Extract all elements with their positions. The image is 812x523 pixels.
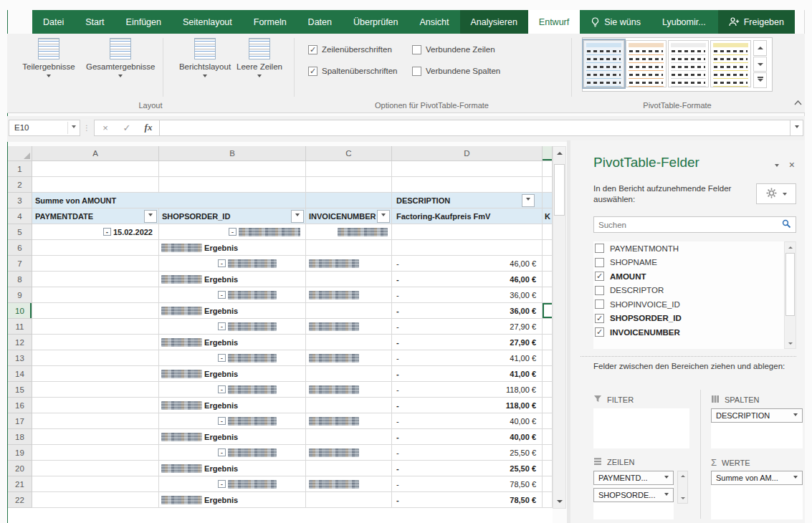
cell-a1[interactable] — [32, 161, 159, 177]
field-item-invoicenumber[interactable]: ✓INVOICENUMBER — [593, 325, 796, 340]
collapse-icon[interactable]: - — [229, 228, 237, 236]
cell-b8[interactable]: Ergebnis — [159, 272, 306, 287]
columns-pill-description[interactable]: DESCRIPTION — [711, 408, 803, 423]
unchecked-checkbox-icon[interactable] — [595, 244, 604, 253]
cell-d3[interactable]: DESCRIPTION — [392, 193, 543, 208]
scroll-down-icon[interactable] — [785, 338, 795, 347]
field-list-scrollbar[interactable] — [784, 241, 796, 349]
close-icon[interactable]: × — [789, 159, 795, 171]
collapse-ribbon-icon[interactable] — [794, 98, 802, 107]
cell-e20[interactable] — [543, 461, 553, 476]
cell-a14[interactable] — [32, 366, 159, 382]
collapse-icon[interactable]: - — [218, 354, 226, 362]
tab-datei[interactable]: Datei — [32, 10, 75, 34]
filter-dropdown-icon[interactable] — [377, 210, 390, 223]
button-gesamtergebnisse[interactable]: Gesamtergebnisse — [85, 38, 156, 98]
formula-input[interactable] — [160, 120, 790, 136]
vertical-scrollbar[interactable] — [553, 146, 566, 509]
field-item-paymentmonth[interactable]: PAYMENTMONTH — [593, 241, 796, 256]
checkbox-verbundene-spalten[interactable]: Verbundene Spalten — [412, 65, 500, 77]
columns-area-box[interactable]: DESCRIPTION — [711, 408, 803, 448]
cell-c22[interactable] — [306, 492, 392, 508]
field-item-descriptor[interactable]: DESCRIPTOR — [593, 284, 796, 298]
row-header-1[interactable]: 1 — [8, 161, 32, 177]
cell-a12[interactable] — [32, 335, 159, 350]
cell-a17[interactable] — [32, 413, 159, 429]
cell-a10[interactable] — [32, 303, 159, 319]
gallery-up-icon[interactable] — [753, 40, 767, 56]
tab-berpr-fen[interactable]: Überprüfen — [343, 10, 409, 34]
cell-b12[interactable]: Ergebnis — [159, 335, 306, 350]
field-item-amount[interactable]: ✓AMOUNT — [593, 269, 796, 284]
cell-c12[interactable] — [306, 335, 392, 350]
cell-a4[interactable]: PAYMENTDATE — [32, 208, 159, 224]
tab-ansicht[interactable]: Ansicht — [409, 10, 460, 34]
select-all-corner[interactable] — [8, 146, 32, 161]
cell-e21[interactable] — [543, 476, 553, 492]
cell-d10[interactable]: -36,00 € — [392, 303, 543, 319]
field-item-shopinvoice-id[interactable]: SHOPINVOICE_ID — [593, 297, 796, 312]
row-header-15[interactable]: 15 — [8, 382, 32, 398]
cell-e7[interactable] — [543, 256, 553, 272]
chevron-down-icon[interactable] — [72, 125, 76, 130]
cell-e3[interactable] — [543, 193, 553, 208]
cell-d14[interactable]: -41,00 € — [392, 366, 543, 382]
cell-d12[interactable]: -27,90 € — [392, 335, 543, 350]
row-header-7[interactable]: 7 — [8, 256, 32, 272]
pane-options-icon[interactable] — [775, 164, 779, 169]
cell-a16[interactable] — [32, 398, 159, 413]
cell-d9[interactable]: -36,00 € — [392, 287, 543, 303]
cell-d4[interactable]: Factoring-Kaufpreis FmV — [392, 208, 543, 224]
cell-c1[interactable] — [306, 161, 392, 177]
pivot-style-yellow[interactable] — [710, 40, 751, 87]
cell-b16[interactable]: Ergebnis — [159, 398, 306, 413]
scroll-down-icon[interactable] — [678, 493, 687, 503]
scrollbar-thumb[interactable] — [554, 164, 565, 216]
collapse-icon[interactable]: - — [218, 322, 226, 330]
cell-d8[interactable]: -46,00 € — [392, 272, 543, 287]
cell-a5[interactable]: -15.02.2022 — [32, 224, 159, 240]
rows-area-box[interactable]: PAYMENTD...SHOPSORDE... — [593, 471, 674, 519]
tab-sie-w-ns[interactable]: Sie wüns — [580, 10, 651, 34]
cell-b21[interactable]: - — [159, 476, 306, 492]
row-header-4[interactable]: 4 — [8, 208, 32, 224]
row-header-12[interactable]: 12 — [8, 335, 32, 350]
cell-e18[interactable] — [543, 429, 553, 445]
cell-e2[interactable] — [543, 177, 553, 193]
cell-c14[interactable] — [306, 366, 392, 382]
scrollbar-thumb[interactable] — [785, 253, 795, 316]
cell-d16[interactable]: -118,00 € — [392, 398, 543, 413]
cell-b13[interactable]: - — [159, 350, 306, 366]
cell-d22[interactable]: -78,50 € — [392, 492, 543, 508]
cell-e1[interactable] — [543, 161, 553, 177]
checkbox-verbundene-zeilen[interactable]: Verbundene Zeilen — [412, 44, 495, 55]
cell-d20[interactable]: -25,50 € — [392, 461, 543, 476]
filter-dropdown-icon[interactable] — [291, 210, 304, 223]
collapse-icon[interactable]: - — [218, 385, 226, 393]
cell-e10[interactable] — [543, 303, 553, 319]
cell-a3[interactable]: Summe von AMOUNT — [32, 193, 159, 208]
cell-c18[interactable] — [306, 429, 392, 445]
cell-d15[interactable]: -118,00 € — [392, 382, 543, 398]
cell-e16[interactable] — [543, 398, 553, 413]
row-header-19[interactable]: 19 — [8, 445, 32, 461]
cell-b7[interactable]: - — [159, 256, 306, 272]
values-area-box[interactable]: Summe von AM... — [711, 471, 803, 519]
cell-b22[interactable]: Ergebnis — [159, 492, 306, 508]
row-header-18[interactable]: 18 — [8, 429, 32, 445]
collapse-icon[interactable]: - — [103, 228, 111, 236]
cell-c15[interactable] — [306, 382, 392, 398]
cell-c7[interactable] — [306, 256, 392, 272]
cell-a21[interactable] — [32, 476, 159, 492]
tab-formeln[interactable]: Formeln — [243, 10, 297, 34]
collapse-icon[interactable]: - — [218, 480, 226, 488]
rows-area-scrollbar[interactable] — [677, 471, 688, 504]
cell-d1[interactable] — [392, 161, 543, 177]
cell-b20[interactable]: Ergebnis — [159, 461, 306, 476]
cell-d21[interactable]: -78,50 € — [392, 476, 543, 492]
tab-seitenlayout[interactable]: Seitenlayout — [172, 10, 243, 34]
cell-b19[interactable]: - — [159, 445, 306, 461]
cell-e14[interactable] — [543, 366, 553, 382]
cell-c13[interactable] — [306, 350, 392, 366]
rows-pill-paymentd[interactable]: PAYMENTD... — [593, 471, 674, 485]
